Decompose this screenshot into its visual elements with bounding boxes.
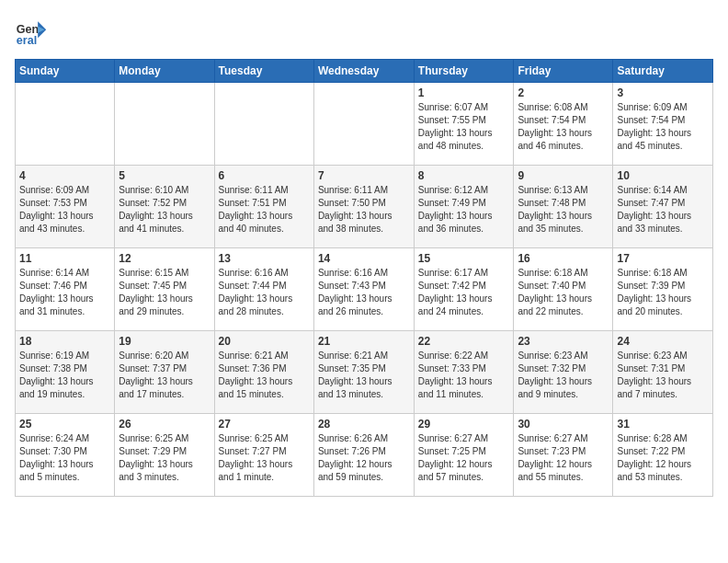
calendar-cell: 1Sunrise: 6:07 AM Sunset: 7:55 PM Daylig… bbox=[414, 83, 514, 166]
calendar-cell: 23Sunrise: 6:23 AM Sunset: 7:32 PM Dayli… bbox=[514, 331, 613, 414]
calendar-cell: 4Sunrise: 6:09 AM Sunset: 7:53 PM Daylig… bbox=[16, 166, 115, 248]
day-info: Sunrise: 6:25 AM Sunset: 7:29 PM Dayligh… bbox=[119, 432, 210, 484]
calendar-cell: 26Sunrise: 6:25 AM Sunset: 7:29 PM Dayli… bbox=[115, 414, 214, 497]
day-info: Sunrise: 6:21 AM Sunset: 7:36 PM Dayligh… bbox=[219, 350, 310, 401]
calendar-cell bbox=[214, 83, 313, 166]
logo: Gen eral bbox=[15, 15, 51, 48]
day-number: 7 bbox=[318, 169, 410, 182]
calendar-cell: 27Sunrise: 6:25 AM Sunset: 7:27 PM Dayli… bbox=[214, 414, 313, 497]
day-number: 21 bbox=[318, 335, 410, 348]
calendar-cell: 22Sunrise: 6:22 AM Sunset: 7:33 PM Dayli… bbox=[414, 331, 514, 414]
day-info: Sunrise: 6:14 AM Sunset: 7:46 PM Dayligh… bbox=[19, 267, 110, 318]
calendar-cell: 16Sunrise: 6:18 AM Sunset: 7:40 PM Dayli… bbox=[514, 248, 613, 331]
calendar-cell: 15Sunrise: 6:17 AM Sunset: 7:42 PM Dayli… bbox=[414, 248, 514, 331]
day-info: Sunrise: 6:09 AM Sunset: 7:53 PM Dayligh… bbox=[19, 184, 110, 236]
day-number: 10 bbox=[617, 169, 709, 182]
day-number: 15 bbox=[418, 252, 510, 265]
page-header: Gen eral bbox=[15, 15, 713, 48]
calendar-week-1: 1Sunrise: 6:07 AM Sunset: 7:55 PM Daylig… bbox=[16, 83, 713, 166]
calendar-cell bbox=[16, 83, 115, 166]
calendar-cell bbox=[115, 83, 214, 166]
day-number: 16 bbox=[518, 252, 609, 265]
day-number: 3 bbox=[617, 86, 709, 99]
day-number: 11 bbox=[19, 252, 110, 265]
day-number: 2 bbox=[518, 86, 609, 99]
calendar-cell: 14Sunrise: 6:16 AM Sunset: 7:43 PM Dayli… bbox=[313, 248, 414, 331]
calendar-cell: 24Sunrise: 6:23 AM Sunset: 7:31 PM Dayli… bbox=[613, 331, 713, 414]
days-of-week-row: SundayMondayTuesdayWednesdayThursdayFrid… bbox=[16, 60, 713, 83]
calendar-cell: 11Sunrise: 6:14 AM Sunset: 7:46 PM Dayli… bbox=[16, 248, 115, 331]
day-number: 12 bbox=[119, 252, 210, 265]
calendar-cell: 7Sunrise: 6:11 AM Sunset: 7:50 PM Daylig… bbox=[313, 166, 414, 248]
day-number: 25 bbox=[19, 418, 110, 431]
calendar-cell: 5Sunrise: 6:10 AM Sunset: 7:52 PM Daylig… bbox=[115, 166, 214, 248]
calendar-cell: 21Sunrise: 6:21 AM Sunset: 7:35 PM Dayli… bbox=[313, 331, 414, 414]
calendar-week-4: 18Sunrise: 6:19 AM Sunset: 7:38 PM Dayli… bbox=[16, 331, 713, 414]
calendar-cell: 6Sunrise: 6:11 AM Sunset: 7:51 PM Daylig… bbox=[214, 166, 313, 248]
day-info: Sunrise: 6:09 AM Sunset: 7:54 PM Dayligh… bbox=[617, 101, 709, 153]
calendar-cell: 30Sunrise: 6:27 AM Sunset: 7:23 PM Dayli… bbox=[514, 414, 613, 497]
day-info: Sunrise: 6:17 AM Sunset: 7:42 PM Dayligh… bbox=[418, 267, 510, 318]
calendar-table: SundayMondayTuesdayWednesdayThursdayFrid… bbox=[15, 59, 713, 497]
day-number: 22 bbox=[418, 335, 510, 348]
day-info: Sunrise: 6:16 AM Sunset: 7:43 PM Dayligh… bbox=[318, 267, 410, 318]
calendar-cell: 20Sunrise: 6:21 AM Sunset: 7:36 PM Dayli… bbox=[214, 331, 313, 414]
day-info: Sunrise: 6:14 AM Sunset: 7:47 PM Dayligh… bbox=[617, 184, 709, 236]
day-info: Sunrise: 6:27 AM Sunset: 7:23 PM Dayligh… bbox=[518, 432, 609, 484]
day-of-week-thursday: Thursday bbox=[414, 60, 514, 83]
day-number: 5 bbox=[119, 169, 210, 182]
day-info: Sunrise: 6:12 AM Sunset: 7:49 PM Dayligh… bbox=[418, 184, 510, 236]
day-number: 14 bbox=[318, 252, 410, 265]
calendar-cell: 9Sunrise: 6:13 AM Sunset: 7:48 PM Daylig… bbox=[514, 166, 613, 248]
day-info: Sunrise: 6:22 AM Sunset: 7:33 PM Dayligh… bbox=[418, 350, 510, 401]
day-of-week-sunday: Sunday bbox=[16, 60, 115, 83]
day-number: 6 bbox=[219, 169, 310, 182]
calendar-week-5: 25Sunrise: 6:24 AM Sunset: 7:30 PM Dayli… bbox=[16, 414, 713, 497]
day-number: 26 bbox=[119, 418, 210, 431]
day-info: Sunrise: 6:18 AM Sunset: 7:40 PM Dayligh… bbox=[518, 267, 609, 318]
day-info: Sunrise: 6:20 AM Sunset: 7:37 PM Dayligh… bbox=[119, 350, 210, 401]
day-of-week-tuesday: Tuesday bbox=[214, 60, 313, 83]
day-number: 1 bbox=[418, 86, 510, 99]
day-info: Sunrise: 6:23 AM Sunset: 7:31 PM Dayligh… bbox=[617, 350, 709, 401]
day-of-week-monday: Monday bbox=[115, 60, 214, 83]
calendar-cell: 31Sunrise: 6:28 AM Sunset: 7:22 PM Dayli… bbox=[613, 414, 713, 497]
day-number: 27 bbox=[219, 418, 310, 431]
day-number: 23 bbox=[518, 335, 609, 348]
day-info: Sunrise: 6:18 AM Sunset: 7:39 PM Dayligh… bbox=[617, 267, 709, 318]
day-info: Sunrise: 6:07 AM Sunset: 7:55 PM Dayligh… bbox=[418, 101, 510, 153]
day-number: 4 bbox=[19, 169, 110, 182]
calendar-cell: 17Sunrise: 6:18 AM Sunset: 7:39 PM Dayli… bbox=[613, 248, 713, 331]
calendar-cell: 10Sunrise: 6:14 AM Sunset: 7:47 PM Dayli… bbox=[613, 166, 713, 248]
day-info: Sunrise: 6:16 AM Sunset: 7:44 PM Dayligh… bbox=[219, 267, 310, 318]
calendar-header: SundayMondayTuesdayWednesdayThursdayFrid… bbox=[16, 60, 713, 83]
day-number: 19 bbox=[119, 335, 210, 348]
day-of-week-saturday: Saturday bbox=[613, 60, 713, 83]
calendar-body: 1Sunrise: 6:07 AM Sunset: 7:55 PM Daylig… bbox=[16, 83, 713, 497]
day-number: 9 bbox=[518, 169, 609, 182]
day-info: Sunrise: 6:19 AM Sunset: 7:38 PM Dayligh… bbox=[19, 350, 110, 401]
day-info: Sunrise: 6:25 AM Sunset: 7:27 PM Dayligh… bbox=[219, 432, 310, 484]
calendar-cell: 29Sunrise: 6:27 AM Sunset: 7:25 PM Dayli… bbox=[414, 414, 514, 497]
calendar-week-2: 4Sunrise: 6:09 AM Sunset: 7:53 PM Daylig… bbox=[16, 166, 713, 248]
day-info: Sunrise: 6:24 AM Sunset: 7:30 PM Dayligh… bbox=[19, 432, 110, 484]
day-info: Sunrise: 6:11 AM Sunset: 7:51 PM Dayligh… bbox=[219, 184, 310, 236]
day-number: 24 bbox=[617, 335, 709, 348]
day-number: 13 bbox=[219, 252, 310, 265]
calendar-cell: 19Sunrise: 6:20 AM Sunset: 7:37 PM Dayli… bbox=[115, 331, 214, 414]
day-info: Sunrise: 6:10 AM Sunset: 7:52 PM Dayligh… bbox=[119, 184, 210, 236]
day-number: 8 bbox=[418, 169, 510, 182]
calendar-cell: 18Sunrise: 6:19 AM Sunset: 7:38 PM Dayli… bbox=[16, 331, 115, 414]
day-info: Sunrise: 6:28 AM Sunset: 7:22 PM Dayligh… bbox=[617, 432, 709, 484]
day-of-week-wednesday: Wednesday bbox=[313, 60, 414, 83]
calendar-cell bbox=[313, 83, 414, 166]
day-number: 30 bbox=[518, 418, 609, 431]
calendar-week-3: 11Sunrise: 6:14 AM Sunset: 7:46 PM Dayli… bbox=[16, 248, 713, 331]
calendar-cell: 8Sunrise: 6:12 AM Sunset: 7:49 PM Daylig… bbox=[414, 166, 514, 248]
day-info: Sunrise: 6:23 AM Sunset: 7:32 PM Dayligh… bbox=[518, 350, 609, 401]
logo-icon: Gen eral bbox=[15, 15, 48, 48]
day-info: Sunrise: 6:21 AM Sunset: 7:35 PM Dayligh… bbox=[318, 350, 410, 401]
day-info: Sunrise: 6:11 AM Sunset: 7:50 PM Dayligh… bbox=[318, 184, 410, 236]
day-info: Sunrise: 6:15 AM Sunset: 7:45 PM Dayligh… bbox=[119, 267, 210, 318]
day-number: 31 bbox=[617, 418, 709, 431]
